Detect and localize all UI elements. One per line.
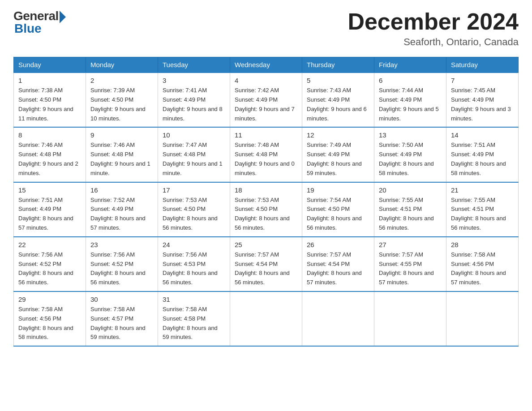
calendar-header-row: SundayMondayTuesdayWednesdayThursdayFrid… [14,57,519,73]
day-number: 20 [379,186,442,194]
day-number: 23 [90,241,153,248]
logo-blue-text: Blue [13,21,42,36]
calendar-cell: 31 Sunrise: 7:58 AM Sunset: 4:58 PM Dayl… [158,291,230,346]
calendar-cell: 10 Sunrise: 7:47 AM Sunset: 4:48 PM Dayl… [158,127,230,182]
day-number: 13 [379,131,442,139]
day-number: 14 [451,131,514,139]
calendar-cell: 7 Sunrise: 7:45 AM Sunset: 4:49 PM Dayli… [446,73,519,127]
day-info: Sunrise: 7:51 AM Sunset: 4:49 PM Dayligh… [18,196,81,233]
calendar-table: SundayMondayTuesdayWednesdayThursdayFrid… [13,57,519,347]
day-number: 17 [163,186,225,194]
col-header-saturday: Saturday [446,57,519,73]
page-header: General Blue December 2024 Seaforth, Ont… [13,9,519,48]
day-info: Sunrise: 7:55 AM Sunset: 4:51 PM Dayligh… [451,196,514,233]
calendar-cell: 22 Sunrise: 7:56 AM Sunset: 4:52 PM Dayl… [14,237,86,291]
day-number: 30 [90,295,153,303]
day-info: Sunrise: 7:50 AM Sunset: 4:49 PM Dayligh… [379,141,442,178]
day-info: Sunrise: 7:56 AM Sunset: 4:52 PM Dayligh… [18,250,81,287]
day-number: 10 [163,131,225,139]
calendar-cell [302,291,374,346]
calendar-cell: 3 Sunrise: 7:41 AM Sunset: 4:49 PM Dayli… [158,73,230,127]
day-info: Sunrise: 7:56 AM Sunset: 4:52 PM Dayligh… [90,250,153,287]
day-number: 11 [235,131,297,139]
calendar-cell: 14 Sunrise: 7:51 AM Sunset: 4:49 PM Dayl… [446,127,519,182]
day-number: 26 [307,241,369,248]
calendar-cell: 13 Sunrise: 7:50 AM Sunset: 4:49 PM Dayl… [374,127,446,182]
calendar-cell: 18 Sunrise: 7:53 AM Sunset: 4:50 PM Dayl… [230,182,302,237]
day-info: Sunrise: 7:53 AM Sunset: 4:50 PM Dayligh… [235,196,297,233]
day-number: 18 [235,186,297,194]
day-info: Sunrise: 7:52 AM Sunset: 4:49 PM Dayligh… [90,196,153,233]
col-header-friday: Friday [374,57,446,73]
day-number: 2 [90,77,153,84]
calendar-cell: 30 Sunrise: 7:58 AM Sunset: 4:57 PM Dayl… [86,291,158,346]
day-info: Sunrise: 7:49 AM Sunset: 4:49 PM Dayligh… [307,141,369,178]
week-row-5: 29 Sunrise: 7:58 AM Sunset: 4:56 PM Dayl… [14,291,519,346]
day-info: Sunrise: 7:57 AM Sunset: 4:54 PM Dayligh… [235,250,297,287]
day-number: 21 [451,186,514,194]
calendar-cell: 2 Sunrise: 7:39 AM Sunset: 4:50 PM Dayli… [86,73,158,127]
day-number: 6 [379,77,442,84]
day-info: Sunrise: 7:56 AM Sunset: 4:53 PM Dayligh… [163,250,225,287]
calendar-cell: 28 Sunrise: 7:58 AM Sunset: 4:56 PM Dayl… [446,237,519,291]
day-info: Sunrise: 7:51 AM Sunset: 4:49 PM Dayligh… [451,141,514,178]
day-number: 28 [451,241,514,248]
calendar-cell: 15 Sunrise: 7:51 AM Sunset: 4:49 PM Dayl… [14,182,86,237]
calendar-cell: 21 Sunrise: 7:55 AM Sunset: 4:51 PM Dayl… [446,182,519,237]
col-header-tuesday: Tuesday [158,57,230,73]
day-number: 24 [163,241,225,248]
day-number: 15 [18,186,81,194]
day-number: 22 [18,241,81,248]
day-info: Sunrise: 7:46 AM Sunset: 4:48 PM Dayligh… [90,141,153,178]
day-number: 1 [18,77,81,84]
calendar-cell: 19 Sunrise: 7:54 AM Sunset: 4:50 PM Dayl… [302,182,374,237]
day-info: Sunrise: 7:55 AM Sunset: 4:51 PM Dayligh… [379,196,442,233]
title-section: December 2024 Seaforth, Ontario, Canada [348,9,519,48]
calendar-cell: 17 Sunrise: 7:53 AM Sunset: 4:50 PM Dayl… [158,182,230,237]
day-number: 5 [307,77,369,84]
calendar-cell: 9 Sunrise: 7:46 AM Sunset: 4:48 PM Dayli… [86,127,158,182]
day-info: Sunrise: 7:41 AM Sunset: 4:49 PM Dayligh… [163,86,225,123]
col-header-thursday: Thursday [302,57,374,73]
col-header-sunday: Sunday [14,57,86,73]
calendar-cell: 8 Sunrise: 7:46 AM Sunset: 4:48 PM Dayli… [14,127,86,182]
day-info: Sunrise: 7:58 AM Sunset: 4:56 PM Dayligh… [18,305,81,342]
week-row-4: 22 Sunrise: 7:56 AM Sunset: 4:52 PM Dayl… [14,237,519,291]
week-row-1: 1 Sunrise: 7:38 AM Sunset: 4:50 PM Dayli… [14,73,519,127]
calendar-cell: 5 Sunrise: 7:43 AM Sunset: 4:49 PM Dayli… [302,73,374,127]
col-header-wednesday: Wednesday [230,57,302,73]
day-info: Sunrise: 7:57 AM Sunset: 4:54 PM Dayligh… [307,250,369,287]
calendar-cell: 26 Sunrise: 7:57 AM Sunset: 4:54 PM Dayl… [302,237,374,291]
logo: General Blue [13,9,66,36]
day-info: Sunrise: 7:58 AM Sunset: 4:58 PM Dayligh… [163,305,225,342]
day-number: 16 [90,186,153,194]
day-info: Sunrise: 7:58 AM Sunset: 4:57 PM Dayligh… [90,305,153,342]
calendar-cell: 25 Sunrise: 7:57 AM Sunset: 4:54 PM Dayl… [230,237,302,291]
day-number: 9 [90,131,153,139]
week-row-3: 15 Sunrise: 7:51 AM Sunset: 4:49 PM Dayl… [14,182,519,237]
day-info: Sunrise: 7:53 AM Sunset: 4:50 PM Dayligh… [163,196,225,233]
calendar-cell: 4 Sunrise: 7:42 AM Sunset: 4:49 PM Dayli… [230,73,302,127]
day-info: Sunrise: 7:48 AM Sunset: 4:48 PM Dayligh… [235,141,297,178]
calendar-cell: 20 Sunrise: 7:55 AM Sunset: 4:51 PM Dayl… [374,182,446,237]
day-info: Sunrise: 7:38 AM Sunset: 4:50 PM Dayligh… [18,86,81,123]
day-info: Sunrise: 7:45 AM Sunset: 4:49 PM Dayligh… [451,86,514,123]
day-number: 8 [18,131,81,139]
day-number: 31 [163,295,225,303]
day-number: 27 [379,241,442,248]
calendar-cell: 16 Sunrise: 7:52 AM Sunset: 4:49 PM Dayl… [86,182,158,237]
day-info: Sunrise: 7:46 AM Sunset: 4:48 PM Dayligh… [18,141,81,178]
calendar-cell: 24 Sunrise: 7:56 AM Sunset: 4:53 PM Dayl… [158,237,230,291]
day-info: Sunrise: 7:42 AM Sunset: 4:49 PM Dayligh… [235,86,297,123]
day-number: 7 [451,77,514,84]
day-number: 12 [307,131,369,139]
week-row-2: 8 Sunrise: 7:46 AM Sunset: 4:48 PM Dayli… [14,127,519,182]
calendar-cell [230,291,302,346]
main-title: December 2024 [348,9,519,34]
day-info: Sunrise: 7:39 AM Sunset: 4:50 PM Dayligh… [90,86,153,123]
day-info: Sunrise: 7:58 AM Sunset: 4:56 PM Dayligh… [451,250,514,287]
logo-arrow-icon [60,11,66,23]
subtitle: Seaforth, Ontario, Canada [348,36,519,48]
calendar-cell: 27 Sunrise: 7:57 AM Sunset: 4:55 PM Dayl… [374,237,446,291]
calendar-cell: 23 Sunrise: 7:56 AM Sunset: 4:52 PM Dayl… [86,237,158,291]
